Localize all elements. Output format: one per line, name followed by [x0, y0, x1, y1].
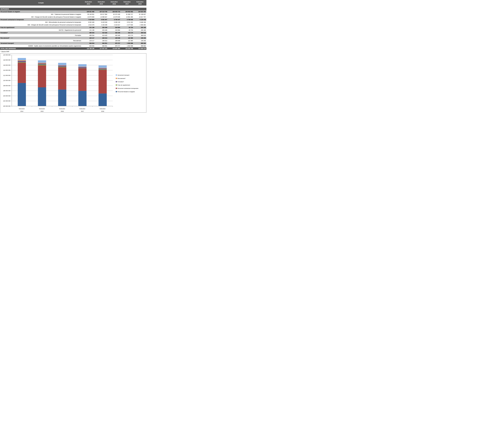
- x-tick-label: Exécution2017: [80, 108, 85, 112]
- cell-value: 325 439: [95, 27, 108, 28]
- x-tick-label: Exécution2014: [19, 108, 25, 112]
- cell-value: 8 591 847: [95, 19, 108, 20]
- cell-value: 6 511 202: [121, 21, 133, 23]
- cell-value: 83 724: [121, 27, 133, 28]
- cell-value: 248 313: [95, 40, 108, 41]
- bar-segment: [58, 63, 66, 65]
- row-label: Formation: [0, 35, 82, 36]
- cell-value: 248 313: [95, 37, 108, 39]
- y-tick-label: 110 000 000: [3, 80, 10, 81]
- cell-value: 410 420: [95, 32, 108, 33]
- cell-value: 109 048: [108, 40, 121, 41]
- cell-value: 116 364 796: [121, 48, 133, 49]
- legend-item: Formation*: [116, 81, 124, 82]
- cell-value: 1 002 596: [121, 45, 133, 47]
- legend-item: Recrutement*: [116, 78, 126, 79]
- y-tick-label: 116 000 000: [3, 64, 10, 66]
- cell-value: 8 788 846: [121, 19, 133, 20]
- y-tick-label: 100 000 000: [3, 105, 10, 107]
- cell-value: 107 314 740: [95, 11, 108, 12]
- cell-value: 13 961 365: [121, 16, 133, 18]
- cell-value: 109 048: [108, 37, 121, 39]
- row-label: Recrutement*: [0, 37, 82, 39]
- cell-value: 490 534: [82, 35, 95, 36]
- bar-segment: [99, 68, 107, 69]
- cell-value: 83 724: [121, 29, 133, 31]
- legend-swatch: [116, 88, 117, 89]
- row-label: TOTAL DES DEPENSES: [0, 48, 82, 49]
- legend-swatch: [116, 74, 117, 76]
- header-gap: [0, 6, 146, 8]
- cell-value: 211 138: [82, 29, 95, 31]
- cell-value: 13 996 847: [95, 16, 108, 18]
- cell-value: 430 349: [108, 32, 121, 33]
- row-label: 645 - Charges de Sécurité sociale et de …: [0, 16, 82, 18]
- legend-item: Versement transport: [116, 74, 129, 76]
- cell-value: 116 897 880: [108, 48, 121, 49]
- bar-segment: [38, 60, 46, 63]
- bar-segment: [18, 83, 26, 106]
- cell-value: 122 365: [121, 40, 133, 41]
- y-tick-label: 108 000 000: [3, 85, 10, 86]
- bar-segment: [18, 60, 26, 61]
- cell-value: 105 952 092: [121, 11, 133, 12]
- cell-value: 946 551: [95, 45, 108, 47]
- cell-value: 6 490 130: [108, 21, 121, 23]
- row-label: 624720 - Rapatriement du personnel: [0, 29, 82, 31]
- bar-segment: [38, 64, 46, 65]
- row-label: Recrutement: [0, 40, 82, 41]
- cell-value: 93 317 894: [95, 14, 108, 15]
- bar-segment: [99, 68, 107, 68]
- cell-value: 7 915 884: [82, 19, 95, 20]
- table-row: 645 - Charges de Sécurité sociale et de …: [0, 16, 146, 18]
- table-row: 642 - Traitement du personnel titulaire …: [0, 13, 146, 16]
- y-tick-label: 104 000 000: [3, 95, 10, 97]
- cell-value: 91 990 727: [121, 14, 133, 15]
- header-execution-2015: Exécution2015: [95, 0, 108, 6]
- bar-segment: [58, 67, 66, 67]
- bar-segment: [18, 62, 26, 63]
- cell-value: 106 453 715: [108, 11, 121, 12]
- legend-label: Personnel titulaire et stagiaire: [117, 91, 135, 92]
- cell-value: 109 021 460: [82, 11, 95, 12]
- cell-value: 926 054: [82, 45, 95, 47]
- bar-segment: [78, 91, 87, 106]
- header-execution-2016: Exécution2016: [108, 0, 121, 6]
- bar-segment: [38, 63, 46, 64]
- y-tick-label: 114 000 000: [3, 70, 10, 71]
- row-label: 646 - Charges de Sécurité sociale et de …: [0, 24, 82, 26]
- row-label: Frais de rapatriement: [0, 27, 82, 28]
- legend-label: Recrutement*: [117, 78, 126, 79]
- table-row: 643 - Rémunération du personnel contract…: [0, 21, 146, 24]
- cell-value: 6 428 549: [95, 21, 108, 23]
- table-row: 633000 - Impôts, taxes et versements ass…: [0, 45, 146, 47]
- row-label: Personnel titulaire et stagiaire: [0, 11, 82, 12]
- x-tick-label: Exécution2018: [100, 108, 106, 112]
- header-compte: Compte: [0, 0, 82, 6]
- cell-value: 216 594: [108, 29, 121, 31]
- row-label: Personnel contractuel et temporaire: [0, 19, 82, 20]
- cell-value: 13 817 757: [133, 16, 146, 18]
- table-body: Personnel titulaire et stagiaire109 021 …: [0, 10, 146, 50]
- y-tick-label: 118 000 000: [3, 59, 10, 61]
- table-row: Recrutement*223 117248 313109 048122 365…: [0, 37, 146, 39]
- cell-value: 978 727: [108, 45, 121, 47]
- cell-value: 159 293: [133, 40, 146, 41]
- cell-value: 104 924 394: [133, 11, 146, 12]
- cell-value: 2 219 317: [108, 24, 121, 26]
- table-row: Formation490 534410 420430 349415 174366…: [0, 34, 146, 37]
- cell-value: 91 106 637: [133, 14, 146, 15]
- cell-value: 200 180: [133, 27, 146, 28]
- cell-value: 999 084: [133, 42, 146, 44]
- bar-segment: [38, 87, 46, 106]
- cell-value: 415 174: [121, 32, 133, 33]
- y-tick-label: 102 000 000: [3, 100, 10, 102]
- source-footnote: * Source RHF: [0, 50, 146, 53]
- cell-value: 118 788 186: [82, 48, 95, 49]
- legend-item: Frais de rapatriement: [116, 84, 130, 86]
- cell-value: 216 594: [108, 27, 121, 28]
- x-tick-label: Exécution2015: [39, 108, 45, 112]
- cell-value: 223 117: [82, 40, 95, 41]
- cell-value: 223 117: [82, 37, 95, 39]
- cell-value: 2 277 644: [121, 24, 133, 26]
